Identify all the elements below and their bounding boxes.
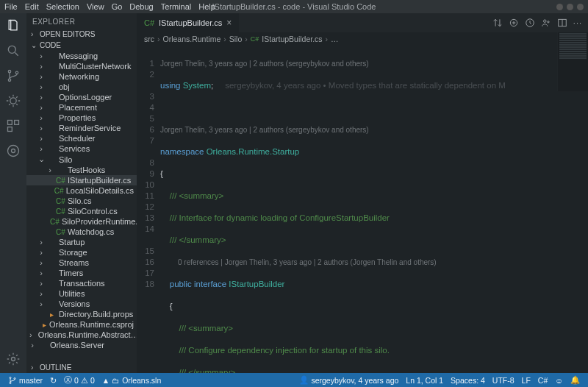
menu-go[interactable]: Go (112, 2, 123, 11)
gear-icon (6, 352, 21, 366)
breadcrumb-item[interactable]: src (144, 35, 154, 43)
section-outline[interactable]: ›OUTLINE (26, 362, 137, 373)
tree-item-label: Orleans.Runtime.Abstract… (38, 330, 137, 339)
tree-file[interactable]: ▸Directory.Build.props (26, 309, 137, 319)
tree-folder[interactable]: ›MultiClusterNetwork (26, 61, 137, 71)
tree-folder[interactable]: ›ReminderService (26, 123, 137, 133)
tree-folder[interactable]: ›OptionsLogger (26, 92, 137, 102)
menu-terminal[interactable]: Terminal (161, 2, 192, 11)
breadcrumb-item[interactable]: IStartupBuilder.cs (262, 35, 322, 43)
breadcrumb-item[interactable]: Orleans.Runtime (163, 35, 221, 43)
status-problems[interactable]: ⓧ0 ⚠0 (60, 375, 98, 386)
tree-folder[interactable]: ›Startup (26, 237, 137, 247)
status-language[interactable]: C# (534, 375, 551, 385)
status-position[interactable]: Ln 1, Col 1 (402, 375, 447, 385)
activity-search[interactable] (5, 43, 21, 59)
tree-file[interactable]: ▸Orleans.Runtime.csproj (26, 319, 137, 330)
status-notifications[interactable]: 🔔 (567, 375, 584, 385)
section-open-editors[interactable]: ›OPEN EDITORS (26, 29, 137, 40)
minimap[interactable] (557, 32, 588, 91)
activity-debug[interactable] (5, 93, 21, 109)
tree-folder[interactable]: ›Storage (26, 247, 137, 258)
codelens[interactable]: Jorgen Thelin, 3 years ago | 2 authors (… (160, 58, 588, 69)
split-icon[interactable] (557, 18, 567, 28)
activity-extensions[interactable] (5, 118, 21, 134)
section-code[interactable]: ⌄CODE (26, 40, 137, 51)
authors-icon[interactable] (541, 18, 551, 28)
status-sync[interactable]: ↻ (46, 376, 60, 385)
svg-rect-5 (8, 121, 12, 125)
maximize-button[interactable] (567, 4, 573, 10)
menu-help[interactable]: Help (198, 2, 215, 11)
status-eol[interactable]: LF (518, 375, 534, 385)
tree-item-label: Utilities (59, 289, 85, 298)
tree-item-label: Directory.Build.props (59, 310, 133, 319)
svg-point-8 (8, 146, 19, 157)
minimize-button[interactable] (556, 4, 563, 10)
close-icon[interactable]: × (226, 18, 232, 28)
status-indent[interactable]: Spaces: 4 (447, 375, 489, 385)
window-controls (556, 4, 584, 10)
more-icon[interactable]: ··· (573, 18, 582, 27)
menu-selection[interactable]: Selection (46, 2, 79, 11)
menu-file[interactable]: File (4, 2, 18, 11)
section-open-editors-label: OPEN EDITORS (40, 30, 95, 38)
tree-folder[interactable]: ›Timers (26, 268, 137, 278)
tree-folder[interactable]: ›Properties (26, 113, 137, 123)
tree-item-label: Orleans.Runtime.csproj (49, 320, 134, 329)
section-code-label: CODE (40, 41, 61, 49)
timeline-icon[interactable] (525, 18, 535, 28)
tree-item-label: SiloControl.cs (68, 207, 118, 216)
status-blame[interactable]: 👤 sergeybykov, 4 years ago (295, 375, 402, 385)
tree-file[interactable]: C#LocalSiloDetails.cs (26, 185, 137, 196)
status-feedback[interactable]: ☺ (551, 375, 567, 385)
tab-istartupbuilder[interactable]: C# IStartupBuilder.cs × (137, 13, 240, 32)
xml-icon: ▸ (43, 321, 46, 329)
tree-file[interactable]: C#Silo.cs (26, 196, 137, 206)
tree-folder[interactable]: ›Networking (26, 71, 137, 82)
close-window-button[interactable] (577, 4, 584, 10)
tree-folder[interactable]: ›Orleans.Runtime.Abstract… (26, 330, 137, 340)
tree-folder[interactable]: ›obj (26, 82, 137, 92)
status-branch[interactable]: master (4, 376, 46, 385)
breadcrumb-item[interactable]: Silo (229, 35, 243, 43)
activity-settings[interactable] (5, 351, 21, 367)
activity-scm[interactable] (5, 68, 21, 84)
breadcrumb-item[interactable]: … (331, 35, 339, 43)
csharp-icon: C# (50, 218, 59, 226)
search-icon (6, 43, 21, 58)
status-encoding[interactable]: UTF-8 (489, 375, 518, 385)
xml-icon: ▸ (47, 310, 56, 319)
code-content[interactable]: Jorgen Thelin, 3 years ago | 2 authors (… (160, 46, 588, 373)
diff-icon[interactable] (509, 18, 519, 28)
tree-folder[interactable]: ›Messaging (26, 51, 137, 61)
menu-edit[interactable]: Edit (25, 2, 39, 11)
menu-view[interactable]: View (87, 2, 104, 11)
tree-file[interactable]: C#SiloProviderRuntime.cs (26, 216, 137, 227)
tree-file[interactable]: C#SiloControl.cs (26, 206, 137, 216)
activity-gitlens[interactable] (5, 143, 21, 159)
activity-explorer[interactable] (5, 18, 21, 34)
status-solution[interactable]: ▲ 🗀 Orleans.sln (98, 376, 165, 385)
tree-folder[interactable]: ⌄Silo (26, 154, 137, 165)
codelens[interactable]: 0 references | Jorgen Thelin, 3 years ag… (160, 257, 588, 268)
tree-file[interactable]: C#Watchdog.cs (26, 227, 137, 237)
compare-icon[interactable] (492, 18, 503, 28)
file-tree[interactable]: ›Messaging›MultiClusterNetwork›Networkin… (26, 51, 137, 362)
flame-icon: ▲ (102, 376, 110, 385)
tree-folder[interactable]: ›Services (26, 143, 137, 154)
tree-folder[interactable]: ›Placement (26, 102, 137, 113)
tree-folder[interactable]: ›Streams (26, 258, 137, 268)
tree-folder[interactable]: ›Scheduler (26, 133, 137, 143)
tree-folder[interactable]: ›Transactions (26, 278, 137, 288)
tree-folder[interactable]: ›Orleans.Server (26, 340, 137, 350)
breadcrumb[interactable]: src› Orleans.Runtime› Silo› C# IStartupB… (137, 32, 588, 46)
menu-debug[interactable]: Debug (129, 2, 153, 11)
tree-file[interactable]: C#IStartupBuilder.cs (26, 175, 137, 185)
codelens[interactable]: Jorgen Thelin, 3 years ago | 2 authors (… (160, 124, 588, 135)
tree-folder[interactable]: ›TestHooks (26, 165, 137, 175)
svg-point-14 (548, 21, 549, 23)
code-editor[interactable]: 12 34567 891011121314 15161718 Jorgen Th… (137, 46, 588, 373)
tree-folder[interactable]: ›Versions (26, 299, 137, 309)
tree-folder[interactable]: ›Utilities (26, 288, 137, 299)
